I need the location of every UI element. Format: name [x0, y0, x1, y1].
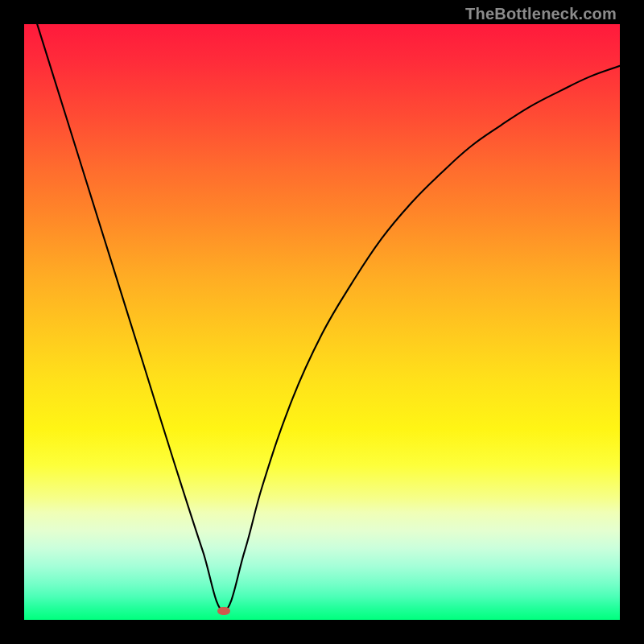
chart-frame: TheBottleneck.com [0, 0, 644, 644]
curve-svg [24, 24, 620, 620]
watermark-text: TheBottleneck.com [465, 5, 617, 23]
plot-area [24, 24, 620, 620]
bottleneck-marker [217, 607, 230, 615]
bottleneck-curve [24, 24, 620, 611]
